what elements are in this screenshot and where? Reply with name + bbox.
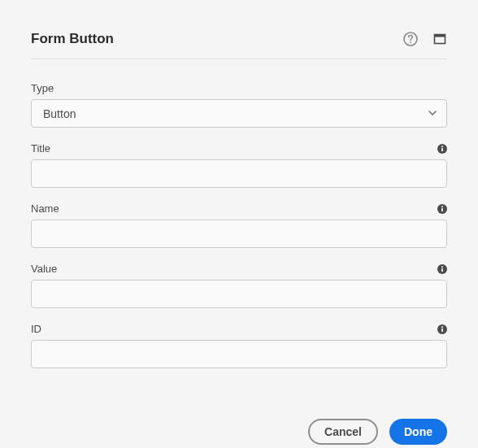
dialog-footer: Cancel Done — [31, 419, 447, 445]
label-row: Type — [31, 82, 447, 94]
svg-rect-6 — [441, 148, 443, 151]
svg-rect-15 — [441, 328, 443, 332]
svg-point-5 — [441, 146, 443, 147]
cancel-button[interactable]: Cancel — [308, 419, 378, 445]
name-input[interactable] — [31, 220, 447, 248]
svg-point-11 — [441, 266, 443, 267]
svg-point-1 — [410, 41, 411, 43]
label-row: Value — [31, 263, 447, 275]
help-button[interactable] — [403, 32, 418, 46]
info-icon — [437, 264, 447, 274]
value-info-button[interactable] — [437, 264, 447, 274]
field-id: ID — [31, 323, 447, 368]
field-type: Type Button — [31, 82, 447, 128]
field-title: Title — [31, 142, 447, 188]
title-label: Title — [31, 142, 50, 154]
name-info-button[interactable] — [437, 204, 447, 214]
help-icon — [403, 32, 418, 46]
title-info-button[interactable] — [437, 144, 447, 154]
svg-rect-3 — [435, 35, 445, 37]
svg-point-14 — [441, 326, 443, 328]
name-label: Name — [31, 202, 59, 215]
done-button[interactable]: Done — [389, 419, 447, 445]
svg-rect-9 — [441, 208, 443, 211]
type-select-wrap: Button — [31, 99, 447, 128]
fullscreen-button[interactable] — [432, 32, 447, 46]
info-icon — [437, 324, 447, 334]
type-select[interactable]: Button — [31, 99, 447, 128]
id-info-button[interactable] — [437, 324, 447, 334]
field-name: Name — [31, 202, 447, 248]
dialog-header: Form Button — [31, 31, 447, 59]
label-row: Title — [31, 142, 447, 154]
header-actions — [403, 32, 447, 46]
dialog-title: Form Button — [31, 31, 114, 47]
value-label: Value — [31, 263, 57, 275]
label-row: Name — [31, 202, 447, 215]
value-input[interactable] — [31, 280, 447, 308]
type-label: Type — [31, 82, 54, 94]
fullscreen-icon — [432, 32, 447, 46]
label-row: ID — [31, 323, 447, 335]
svg-rect-12 — [441, 268, 443, 272]
field-value: Value — [31, 263, 447, 308]
title-input[interactable] — [31, 159, 447, 188]
info-icon — [437, 204, 447, 214]
info-icon — [437, 144, 447, 154]
id-label: ID — [31, 323, 41, 335]
id-input[interactable] — [31, 340, 447, 368]
svg-point-8 — [441, 206, 443, 207]
